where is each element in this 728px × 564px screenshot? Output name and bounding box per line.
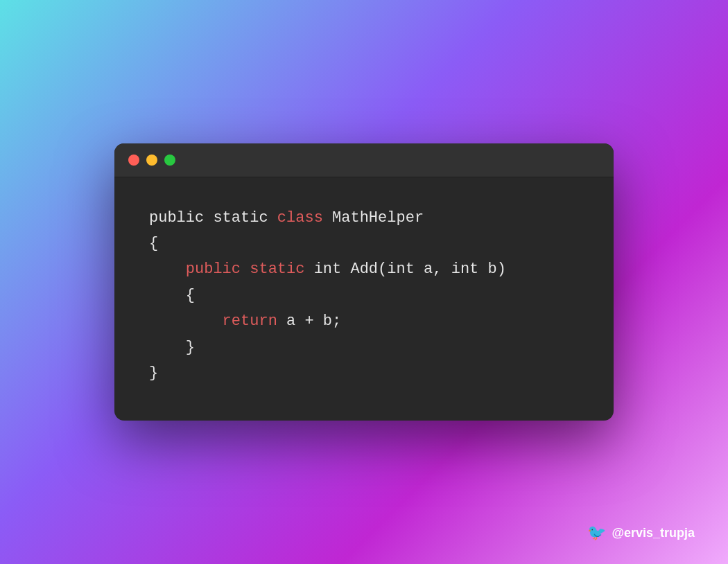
code-token-param-a: a, [415,256,451,282]
close-button-dot[interactable] [128,155,139,166]
code-window: public static class MathHelper { public … [114,143,614,421]
code-token-param-b: b) [478,256,506,282]
code-content: public static class MathHelper { public … [114,177,614,421]
code-token: } [149,335,195,360]
code-line-4: { [149,283,579,308]
code-token-classname: MathHelper [323,205,424,231]
twitter-icon: 🐦 [587,524,606,542]
code-token: } [149,360,158,386]
watermark: 🐦 @ervis_trupja [587,524,695,542]
code-token-return: return [149,308,277,334]
code-token: { [149,283,195,308]
code-line-2: { [149,231,579,256]
code-token-class-keyword: class [277,205,323,231]
minimize-button-dot[interactable] [146,155,157,166]
code-token: { [149,231,158,256]
twitter-handle: @ervis_trupja [612,526,695,540]
window-titlebar [114,143,614,177]
code-line-7: } [149,360,579,386]
code-token-param-type-a: int [387,256,415,282]
code-token-param-type-b: int [451,256,479,282]
code-token-method: Add( [341,256,387,282]
code-token-return-expr: a + b; [277,308,341,334]
code-token: public static [149,205,277,231]
code-token-int: int [314,256,342,282]
maximize-button-dot[interactable] [164,155,175,166]
code-line-6: } [149,335,579,360]
code-line-3: public static int Add(int a, int b) [149,256,579,282]
code-token-public: public static [149,256,314,282]
code-line-5: return a + b; [149,308,579,334]
code-line-1: public static class MathHelper [149,205,579,231]
